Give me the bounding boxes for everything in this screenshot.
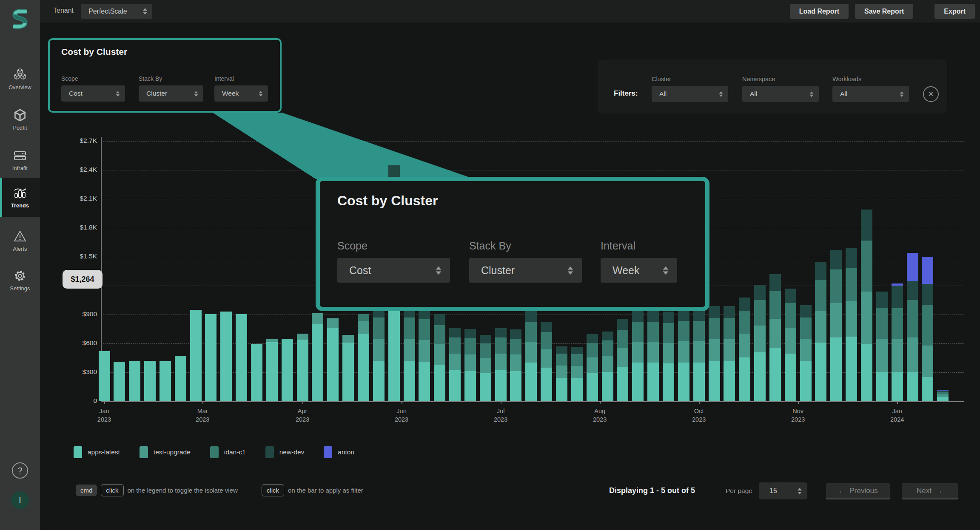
bar-segment-test-upgrade[interactable]: [846, 301, 857, 337]
bar-segment-new-dev[interactable]: [647, 310, 659, 322]
bar-segment-new-dev[interactable]: [495, 328, 507, 338]
bar-week-11[interactable]: [266, 339, 278, 401]
bar-segment-new-dev[interactable]: [830, 250, 842, 269]
bar-segment-test-upgrade[interactable]: [587, 357, 598, 373]
sidebar-item-settings[interactable]: Settings: [0, 261, 40, 300]
bar-segment-test-upgrade[interactable]: [571, 366, 583, 378]
bar-segment-new-dev[interactable]: [861, 210, 872, 240]
bar-segment-apps-latest[interactable]: [587, 373, 598, 401]
bar-segment-apps-latest[interactable]: [709, 361, 720, 401]
bar-segment-test-upgrade[interactable]: [769, 319, 781, 348]
bar-segment-apps-latest[interactable]: [830, 337, 842, 401]
bar-segment-test-upgrade[interactable]: [480, 358, 491, 373]
bar-week-50[interactable]: [861, 210, 872, 401]
user-avatar[interactable]: I: [11, 491, 29, 509]
legend-item-apps-latest[interactable]: apps-latest: [74, 446, 120, 458]
bar-segment-new-dev[interactable]: [815, 262, 826, 280]
bar-segment-idan-c1[interactable]: [830, 269, 842, 303]
filter-cluster-select[interactable]: All: [652, 86, 728, 102]
bar-segment-test-upgrade[interactable]: [907, 337, 918, 372]
bar-segment-apps-latest[interactable]: [632, 363, 644, 401]
bar-segment-apps-latest[interactable]: [175, 356, 186, 401]
bar-segment-idan-c1[interactable]: [632, 322, 644, 342]
bar-week-36[interactable]: [647, 310, 659, 401]
bar-segment-test-upgrade[interactable]: [358, 321, 369, 334]
callout-interval-select[interactable]: Week: [601, 258, 677, 283]
save-report-button[interactable]: Save Report: [855, 4, 913, 19]
bar-week-34[interactable]: [617, 319, 628, 401]
bar-segment-apps-latest[interactable]: [785, 354, 796, 401]
bar-segment-apps-latest[interactable]: [358, 334, 369, 401]
legend-item-anton[interactable]: anton: [324, 446, 354, 458]
next-page-button[interactable]: Next →: [902, 483, 958, 499]
bar-segment-new-dev[interactable]: [617, 319, 628, 329]
bar-segment-apps-latest[interactable]: [282, 339, 293, 401]
bar-week-2[interactable]: [129, 361, 140, 401]
bar-segment-apps-latest[interactable]: [388, 310, 400, 401]
bar-week-10[interactable]: [251, 344, 262, 401]
bar-week-33[interactable]: [602, 332, 613, 401]
bar-week-8[interactable]: [220, 312, 232, 401]
bar-segment-idan-c1[interactable]: [693, 321, 705, 341]
bar-segment-anton[interactable]: [922, 257, 933, 283]
bar-segment-test-upgrade[interactable]: [266, 339, 278, 342]
bar-segment-apps-latest[interactable]: [129, 361, 140, 401]
bar-week-7[interactable]: [205, 314, 217, 401]
bar-segment-test-upgrade[interactable]: [632, 342, 644, 363]
bar-segment-apps-latest[interactable]: [922, 377, 933, 401]
bar-segment-test-upgrade[interactable]: [510, 354, 521, 371]
bar-segment-anton[interactable]: [907, 253, 918, 281]
bar-segment-idan-c1[interactable]: [419, 319, 430, 340]
bar-segment-test-upgrade[interactable]: [312, 313, 323, 324]
bar-week-45[interactable]: [785, 289, 796, 401]
bar-segment-new-dev[interactable]: [907, 281, 918, 300]
stack-by-select[interactable]: Cluster: [139, 85, 203, 102]
bar-segment-new-dev[interactable]: [785, 289, 796, 303]
sidebar-item-alerts[interactable]: Alerts: [0, 221, 40, 260]
bar-segment-test-upgrade[interactable]: [495, 354, 507, 371]
bar-segment-apps-latest[interactable]: [678, 363, 689, 401]
bar-segment-apps-latest[interactable]: [815, 343, 826, 401]
bar-week-3[interactable]: [144, 361, 156, 401]
bar-week-35[interactable]: [632, 310, 644, 401]
bar-segment-test-upgrade[interactable]: [892, 339, 903, 372]
bar-week-32[interactable]: [587, 334, 598, 401]
bar-segment-test-upgrade[interactable]: [602, 356, 613, 372]
bar-segment-idan-c1[interactable]: [571, 354, 583, 366]
bar-segment-test-upgrade[interactable]: [739, 334, 750, 357]
bar-week-26[interactable]: [495, 328, 507, 401]
bar-week-47[interactable]: [815, 262, 826, 401]
bar-segment-new-dev[interactable]: [739, 298, 750, 311]
clear-filters-button[interactable]: ✕: [923, 86, 939, 102]
bar-week-38[interactable]: [678, 309, 689, 401]
bar-segment-apps-latest[interactable]: [190, 310, 202, 401]
bar-segment-apps-latest[interactable]: [861, 344, 872, 401]
sidebar-item-overview[interactable]: Overview: [0, 60, 40, 99]
bar-segment-apps-latest[interactable]: [510, 371, 521, 401]
bar-segment-new-dev[interactable]: [876, 292, 888, 308]
bar-segment-apps-latest[interactable]: [495, 370, 507, 401]
bar-segment-apps-latest[interactable]: [724, 361, 735, 401]
bar-week-0[interactable]: [99, 351, 110, 401]
sidebar-item-infrafit[interactable]: Infrafit: [0, 140, 40, 179]
bar-segment-apps-latest[interactable]: [419, 362, 430, 401]
bar-week-24[interactable]: [464, 329, 476, 401]
bar-segment-test-upgrade[interactable]: [876, 339, 888, 372]
bar-segment-idan-c1[interactable]: [907, 300, 918, 337]
bar-week-6[interactable]: [190, 310, 202, 401]
bar-week-52[interactable]: [892, 283, 903, 401]
bar-segment-idan-c1[interactable]: [892, 308, 903, 339]
bar-week-21[interactable]: [419, 307, 430, 401]
bar-segment-apps-latest[interactable]: [205, 314, 217, 401]
bar-week-16[interactable]: [342, 335, 354, 401]
bar-week-31[interactable]: [571, 347, 583, 401]
bar-segment-apps-latest[interactable]: [99, 351, 110, 401]
bar-segment-test-upgrade[interactable]: [693, 341, 705, 363]
bar-segment-test-upgrade[interactable]: [861, 292, 872, 345]
bar-segment-test-upgrade[interactable]: [709, 339, 720, 361]
bar-week-54[interactable]: [922, 257, 933, 401]
bar-segment-idan-c1[interactable]: [373, 317, 385, 339]
bar-segment-apps-latest[interactable]: [602, 372, 613, 401]
bar-segment-apps-latest[interactable]: [464, 371, 476, 401]
bar-segment-idan-c1[interactable]: [846, 268, 857, 301]
